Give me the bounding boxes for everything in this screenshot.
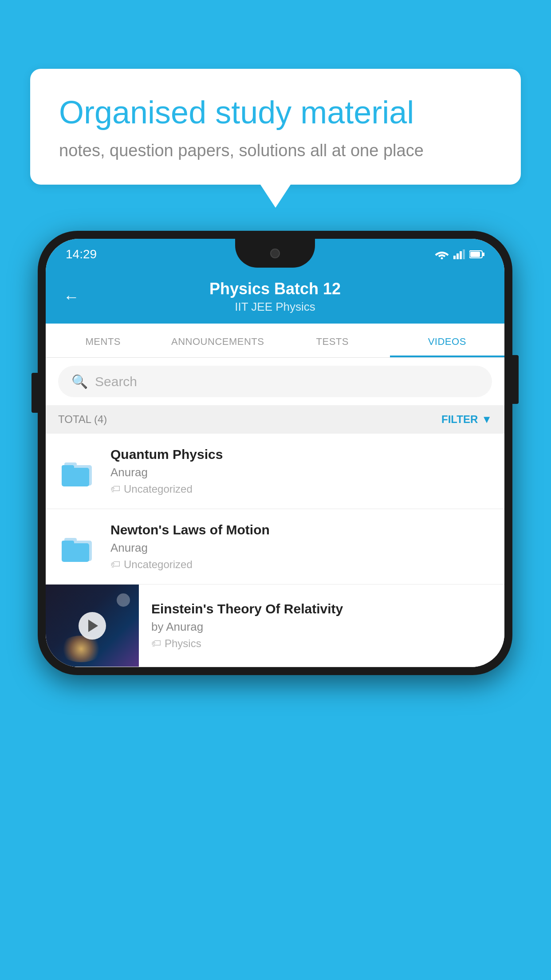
filter-button[interactable]: FILTER ▼ <box>441 413 492 426</box>
video-thumbnail-3 <box>46 585 139 667</box>
back-button[interactable]: ← <box>63 288 79 306</box>
phone-wrapper: 14:29 <box>38 231 512 675</box>
video-title-3: Einstein's Theory Of Relativity <box>151 601 492 616</box>
bubble-subtitle: notes, question papers, solutions all at… <box>59 141 492 160</box>
speech-bubble: Organised study material notes, question… <box>30 69 521 185</box>
video-title-2: Newton's Laws of Motion <box>110 522 492 537</box>
tag-icon-1: 🏷 <box>110 483 120 495</box>
tag-icon-3: 🏷 <box>151 638 161 649</box>
video-tag-text-1: Uncategorized <box>124 483 193 495</box>
video-title-1: Quantum Physics <box>110 447 492 462</box>
svg-rect-3 <box>460 251 462 259</box>
tabs-bar: MENTS ANNOUNCEMENTS TESTS VIDEOS <box>46 324 504 358</box>
play-triangle-icon <box>88 620 98 632</box>
search-bar[interactable]: 🔍 Search <box>58 366 492 397</box>
bubble-title: Organised study material <box>59 93 492 131</box>
tab-announcements[interactable]: ANNOUNCEMENTS <box>161 324 276 357</box>
camera-notch <box>270 249 280 258</box>
search-icon: 🔍 <box>71 374 88 389</box>
tab-videos[interactable]: VIDEOS <box>390 324 505 357</box>
video-tag-text-3: Physics <box>165 637 201 650</box>
search-placeholder: Search <box>95 374 137 389</box>
video-list: Quantum Physics Anurag 🏷 Uncategorized <box>46 434 504 667</box>
svg-rect-11 <box>62 465 74 470</box>
phone-outer: 14:29 <box>38 231 512 675</box>
svg-rect-14 <box>62 543 89 562</box>
tag-icon-2: 🏷 <box>110 559 120 570</box>
folder-icon-2 <box>58 527 98 567</box>
filter-funnel-icon: ▼ <box>481 413 492 426</box>
notch <box>235 239 315 268</box>
status-time: 14:29 <box>66 247 97 261</box>
status-icons <box>435 249 484 259</box>
svg-rect-10 <box>62 468 89 486</box>
signal-icon <box>453 249 465 259</box>
video-tag-3: 🏷 Physics <box>151 637 492 650</box>
list-item[interactable]: Einstein's Theory Of Relativity by Anura… <box>46 585 504 667</box>
search-container: 🔍 Search <box>46 358 504 405</box>
video-author-2: Anurag <box>110 541 492 555</box>
filter-bar: TOTAL (4) FILTER ▼ <box>46 405 504 434</box>
filter-label: FILTER <box>441 413 478 426</box>
video-info-2: Newton's Laws of Motion Anurag 🏷 Uncateg… <box>110 522 492 571</box>
header-center: Physics Batch 12 IIT JEE Physics <box>209 280 341 314</box>
svg-rect-2 <box>457 253 459 259</box>
svg-rect-6 <box>483 253 484 256</box>
header-title: Physics Batch 12 <box>209 280 341 298</box>
svg-rect-15 <box>62 541 74 546</box>
video-author-1: Anurag <box>110 466 492 479</box>
phone-screen: 14:29 <box>46 239 504 667</box>
app-header: ← Physics Batch 12 IIT JEE Physics <box>46 270 504 324</box>
battery-icon <box>469 250 484 258</box>
list-item[interactable]: Newton's Laws of Motion Anurag 🏷 Uncateg… <box>46 509 504 585</box>
svg-rect-4 <box>463 249 465 259</box>
video-tag-text-2: Uncategorized <box>124 558 193 571</box>
total-count: TOTAL (4) <box>58 413 107 426</box>
header-subtitle: IIT JEE Physics <box>209 300 341 314</box>
svg-point-0 <box>441 257 443 260</box>
video-info-3: Einstein's Theory Of Relativity by Anura… <box>139 590 504 661</box>
status-bar: 14:29 <box>46 239 504 270</box>
video-author-3: by Anurag <box>151 620 492 634</box>
video-tag-1: 🏷 Uncategorized <box>110 483 492 495</box>
svg-rect-7 <box>470 252 480 257</box>
video-tag-2: 🏷 Uncategorized <box>110 558 492 571</box>
list-item[interactable]: Quantum Physics Anurag 🏷 Uncategorized <box>46 434 504 509</box>
video-info-1: Quantum Physics Anurag 🏷 Uncategorized <box>110 447 492 495</box>
tab-ments[interactable]: MENTS <box>46 324 161 357</box>
tab-tests[interactable]: TESTS <box>275 324 390 357</box>
svg-rect-1 <box>453 256 456 259</box>
speech-bubble-wrapper: Organised study material notes, question… <box>30 69 521 185</box>
play-button-3[interactable] <box>79 612 106 640</box>
folder-icon-1 <box>58 451 98 491</box>
wifi-icon <box>435 249 449 259</box>
